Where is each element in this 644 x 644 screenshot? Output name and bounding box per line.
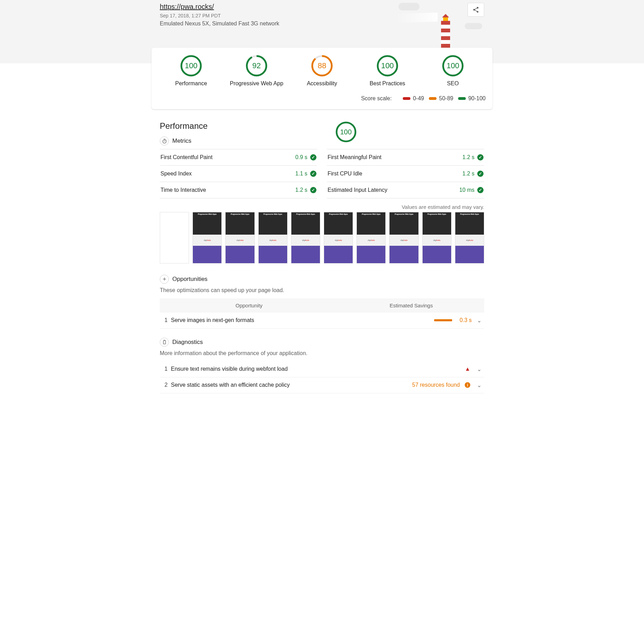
filmstrip-frame: Progressive Web Apps digikala	[389, 212, 418, 264]
opportunities-icon	[160, 275, 169, 284]
check-icon	[477, 154, 484, 160]
metrics-note: Values are estimated and may vary.	[160, 204, 484, 210]
svg-rect-3	[441, 21, 450, 25]
metric-row: Time to Interactive 1.2 s	[160, 182, 317, 198]
chevron-down-icon[interactable]: ⌄	[475, 382, 483, 388]
metric-row: First CPU Idle 1.2 s	[327, 165, 484, 182]
warning-icon: ▲	[465, 366, 470, 372]
report-url[interactable]: https://pwa.rocks/	[160, 3, 214, 10]
filmstrip-frame: Progressive Web Apps digikala	[422, 212, 451, 264]
opportunities-table-header: Opportunity Estimated Savings	[160, 298, 484, 313]
filmstrip-frame: Progressive Web Apps digikala	[225, 212, 254, 264]
score-scale-legend: Score scale: 0-49 50-89 90-100	[158, 95, 486, 102]
filmstrip-frame: Progressive Web Apps digikala	[455, 212, 484, 264]
diagnostics-description: More information about the performance o…	[160, 350, 484, 356]
filmstrip-frame: Progressive Web Apps digikala	[324, 212, 353, 264]
filmstrip-frame: Progressive Web Apps digikala	[193, 212, 222, 264]
svg-rect-6	[441, 44, 450, 48]
score-performance[interactable]: 100 Performance	[158, 55, 224, 87]
check-icon	[477, 171, 484, 177]
opportunities-description: These optimizations can speed up your pa…	[160, 287, 484, 293]
lighthouse-illustration	[413, 3, 454, 52]
savings-bar	[434, 319, 452, 321]
lighthouse-icon	[437, 13, 454, 52]
svg-rect-5	[441, 36, 450, 40]
check-icon	[310, 187, 316, 193]
filmstrip-frame: Progressive Web Apps digikala	[356, 212, 386, 264]
stopwatch-icon	[160, 136, 169, 146]
diagnostic-row[interactable]: 1 Ensure text remains visible during web…	[160, 361, 484, 377]
filmstrip-frame	[160, 212, 189, 264]
filmstrip-frame: Progressive Web Apps digikala	[258, 212, 288, 264]
metrics-heading: Metrics	[172, 138, 191, 144]
scores-summary-card: 100 Performance 92 Progressive Web App	[151, 48, 493, 109]
svg-marker-1	[442, 14, 449, 17]
opportunity-row[interactable]: 1 Serve images in next-gen formats 0.3 s…	[160, 313, 484, 329]
check-icon	[310, 171, 316, 177]
scale-label: Score scale:	[361, 95, 392, 102]
info-icon: i	[465, 382, 470, 388]
diagnostics-icon	[160, 338, 169, 347]
metric-row: Speed Index 1.1 s	[160, 165, 317, 182]
check-icon	[310, 154, 316, 160]
metric-row: First Contentful Paint 0.9 s	[160, 149, 317, 165]
score-seo[interactable]: 100 SEO	[420, 55, 486, 87]
performance-title: Performance	[160, 121, 207, 131]
check-icon	[477, 187, 484, 193]
diagnostic-row[interactable]: 2 Serve static assets with an efficient …	[160, 377, 484, 393]
score-best-practices[interactable]: 100 Best Practices	[355, 55, 420, 87]
scale-red: 0-49	[403, 95, 424, 102]
chevron-down-icon[interactable]: ⌄	[475, 317, 483, 324]
filmstrip-frame: Progressive Web Apps digikala	[291, 212, 320, 264]
filmstrip: Progressive Web Apps digikala Progressiv…	[160, 212, 484, 264]
metric-row: First Meaningful Paint 1.2 s	[327, 149, 484, 165]
svg-rect-0	[443, 17, 448, 21]
metric-row: Estimated Input Latency 10 ms	[327, 182, 484, 198]
chevron-down-icon[interactable]: ⌄	[475, 366, 483, 372]
score-accessibility[interactable]: 88 Accessibility	[289, 55, 355, 87]
opportunities-heading: Opportunities	[172, 276, 207, 283]
share-icon	[472, 6, 479, 13]
performance-score-gauge: 100	[207, 121, 484, 143]
scale-orange: 50-89	[429, 95, 453, 102]
svg-rect-4	[441, 29, 450, 32]
score-progressive-web-app[interactable]: 92 Progressive Web App	[224, 55, 289, 87]
scale-green: 90-100	[458, 95, 486, 102]
share-button[interactable]	[468, 3, 484, 17]
diagnostics-heading: Diagnostics	[172, 339, 203, 346]
